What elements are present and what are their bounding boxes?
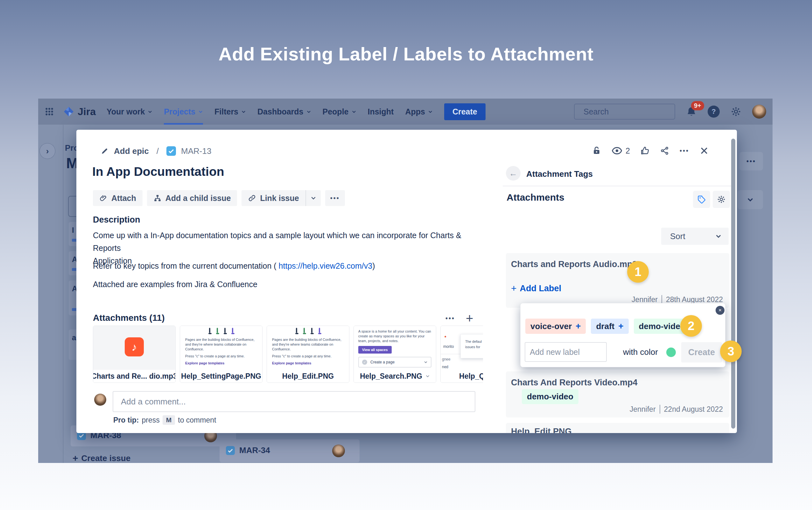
attachment-thumbnail-audio[interactable]: ♪ Charts and Re... dio.mp3 — [93, 326, 176, 383]
link-issue-dropdown-button[interactable] — [306, 190, 321, 206]
link-issue-button[interactable]: Link issue — [241, 190, 305, 206]
gear-icon — [717, 195, 726, 204]
breadcrumb-separator: / — [156, 146, 159, 156]
chevron-down-icon — [426, 374, 430, 378]
tag-icon — [697, 195, 706, 204]
share-button[interactable] — [660, 146, 669, 155]
sidebar-expand-button[interactable]: › — [39, 143, 55, 159]
create-label-button[interactable]: Create — [681, 342, 722, 362]
create-button[interactable]: Create — [444, 103, 486, 120]
board-more-button[interactable]: ••• — [740, 152, 763, 171]
add-epic-button[interactable]: Add epic — [114, 146, 149, 156]
nav-item-dashboards[interactable]: Dashboards — [257, 98, 311, 125]
board-dropdown-button[interactable] — [737, 190, 763, 209]
panel-back-button[interactable]: ← — [506, 166, 521, 181]
description-text: Refer to key topics from the current doc… — [93, 261, 279, 270]
nav-item-label: Insight — [368, 107, 394, 116]
nav-item-insight[interactable]: Insight — [368, 98, 394, 125]
applied-label-demo-video[interactable]: demo-video — [522, 389, 578, 404]
description-heading: Description — [93, 215, 140, 225]
plus-icon: + — [511, 283, 517, 294]
chevron-down-icon — [747, 196, 754, 203]
panel-attachments-heading: Attachments — [506, 192, 564, 203]
search-box[interactable] — [574, 104, 675, 120]
view-all-spaces-button: View all spaces — [358, 346, 392, 354]
nav-item-your-work[interactable]: Your work — [107, 98, 152, 125]
thumbnail-text: Press "c" to create a page at any time. — [180, 352, 262, 358]
new-label-input[interactable] — [525, 342, 607, 362]
ellipsis-icon: ••• — [679, 147, 689, 154]
attachment-thumbnail-edit[interactable]: Pages are the building blocks of Conflue… — [267, 326, 349, 383]
brand-label: Jira — [78, 106, 96, 118]
nav-item-apps[interactable]: Apps — [405, 98, 433, 125]
lock-button[interactable] — [592, 146, 601, 155]
create-issue-button[interactable]: + Create issue — [72, 453, 130, 463]
nav-item-people[interactable]: People — [323, 98, 356, 125]
top-navbar: Jira Your work Projects Filters Dashboar… — [38, 98, 773, 125]
app-switcher-icon[interactable] — [45, 107, 54, 116]
create-page-row: ✓ Create a page — [358, 357, 431, 367]
attachment-card-video: Charts And Reports Video.mp4 demo-video … — [506, 371, 729, 418]
panel-settings-button[interactable] — [713, 191, 730, 208]
close-icon: × — [719, 307, 722, 313]
ellipsis-icon: ••• — [747, 158, 756, 165]
attachment-caption: Help_Edit.PNG — [267, 370, 349, 383]
table-cell-text: ned — [442, 365, 448, 369]
like-button[interactable] — [640, 146, 650, 155]
description-paragraph-2: Refer to key topics from the current doc… — [93, 260, 375, 272]
sort-button[interactable]: Sort — [661, 228, 729, 245]
existing-labels: voice-over + draft + demo-video + — [525, 319, 699, 334]
panel-scrollbar[interactable] — [731, 139, 735, 429]
thumbnail-text: Press "c" to create a page at any time. — [267, 352, 349, 358]
settings-gear-icon[interactable] — [730, 106, 742, 117]
panel-divider — [503, 186, 732, 186]
attachments-strip: ♪ Charts and Re... dio.mp3 Pages are the… — [93, 326, 483, 383]
board-card-mar-34[interactable]: MAR-34 — [220, 440, 359, 462]
close-icon — [699, 146, 709, 155]
attach-label: Attach — [111, 193, 136, 203]
with-color-label: with color — [623, 347, 658, 357]
assignee-avatar — [332, 445, 345, 457]
thumbnail-link: Explore page templates — [180, 358, 262, 365]
thumbnail-link: Explore page templates — [267, 358, 349, 365]
description-link[interactable]: https://help.view26.com/v3 — [279, 261, 373, 270]
comment-input[interactable] — [113, 391, 475, 412]
tag-filter-button[interactable] — [693, 191, 710, 208]
close-modal-button[interactable] — [699, 146, 709, 155]
attachment-thumbnail-setting-page[interactable]: Pages are the building blocks of Conflue… — [180, 326, 262, 383]
attachment-thumbnail-quicksearch[interactable]: * morito gnee ned The defaul issues for … — [440, 326, 483, 383]
more-actions-button[interactable]: ••• — [679, 147, 689, 154]
create-issue-label: Create issue — [82, 453, 131, 463]
attachment-caption: Help_SettingPage.PNG — [180, 370, 262, 383]
attachments-add-button[interactable]: + — [466, 313, 473, 323]
add-label-text: Add Label — [520, 283, 561, 294]
color-swatch[interactable] — [666, 348, 676, 357]
jira-logo[interactable]: Jira — [62, 105, 96, 118]
nav-item-filters[interactable]: Filters — [214, 98, 246, 125]
chevron-down-icon — [311, 195, 316, 201]
issue-key: MAR-34 — [239, 446, 270, 455]
attachment-meta: Jennifer 28th August 2022 — [632, 295, 723, 304]
card-text-partial: a — [72, 333, 76, 342]
label-tag-draft[interactable]: draft + — [591, 319, 629, 334]
comment-protip: Pro tip: press M to comment — [113, 415, 216, 425]
label-tag-voice-over[interactable]: voice-over + — [525, 319, 586, 334]
issue-key-link[interactable]: MAR-13 — [181, 146, 211, 156]
attachment-thumbnail-search[interactable]: A space is a home for all your content. … — [353, 326, 436, 383]
add-child-issue-button[interactable]: Add a child issue — [147, 190, 237, 206]
back-arrow-icon: ← — [509, 169, 517, 178]
help-button[interactable]: ? — [708, 106, 720, 118]
attachments-more-button[interactable]: ••• — [445, 315, 455, 322]
notifications-button[interactable]: 9+ — [686, 106, 697, 117]
more-button[interactable]: ••• — [325, 190, 345, 206]
add-label-button[interactable]: + Add Label — [511, 283, 561, 294]
user-avatar[interactable] — [752, 104, 766, 119]
attachment-caption: Help_Search.PNG — [354, 370, 436, 383]
watchers-button[interactable]: 2 — [612, 145, 630, 156]
popup-close-button[interactable]: × — [716, 306, 725, 315]
attachment-author: Jennifer — [632, 295, 658, 304]
nav-item-projects[interactable]: Projects — [164, 98, 203, 125]
attach-button[interactable]: Attach — [93, 190, 143, 206]
card-text-partial: I — [72, 226, 74, 235]
search-input[interactable] — [583, 107, 687, 117]
